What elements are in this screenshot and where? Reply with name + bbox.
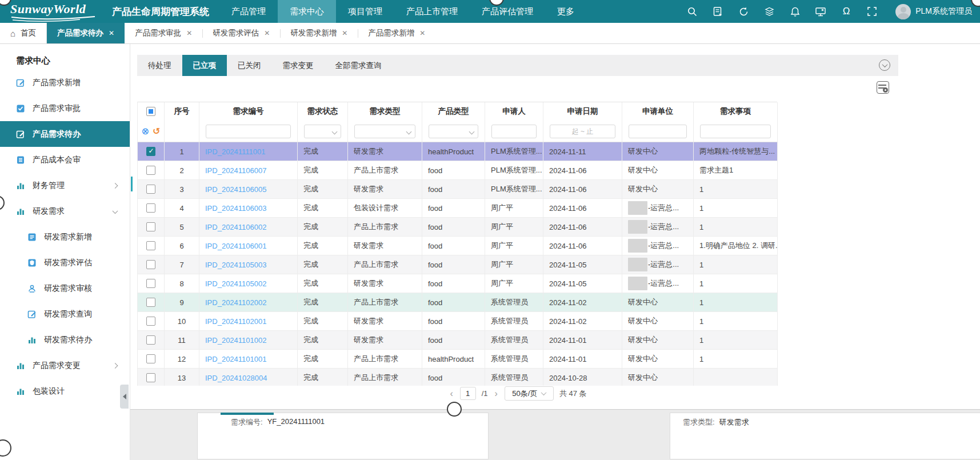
bell-icon[interactable] (789, 6, 801, 17)
applicant-filter-input[interactable] (491, 125, 537, 138)
sidebar-item-product-req-change[interactable]: 产品需求变更 (0, 353, 130, 378)
table-row[interactable]: 7IPD_20241105003完成产品上市需求food周广平2024-11-0… (138, 255, 777, 274)
sidebar-item-rd-req-new[interactable]: 研发需求新增 (0, 224, 130, 250)
sidebar-item-finance-mgmt[interactable]: 财务管理 (0, 173, 130, 198)
sidebar-item-rd-req-todo[interactable]: 研发需求待办 (0, 327, 130, 353)
row-checkbox[interactable] (146, 185, 155, 194)
row-checkbox[interactable] (146, 222, 155, 231)
nav-item-project-mgmt[interactable]: 项目管理 (336, 0, 394, 23)
tab-product-req-new[interactable]: 产品需求新增 ✕ (358, 23, 435, 43)
layers-icon[interactable] (763, 6, 775, 17)
req-no-link[interactable]: IPD_20241101001 (199, 350, 298, 369)
collapse-panel-icon[interactable] (879, 59, 890, 71)
unit-filter-input[interactable] (629, 125, 687, 138)
req-no-link[interactable]: IPD_20241106007 (199, 161, 298, 180)
nav-item-evaluation-mgmt[interactable]: 产品评估管理 (470, 0, 545, 23)
reset-filter-icon[interactable]: ↺ (153, 127, 160, 136)
row-checkbox[interactable] (146, 354, 155, 363)
row-checkbox[interactable] (146, 166, 155, 175)
tab-closed[interactable]: 已关闭 (227, 55, 272, 76)
table-row[interactable]: 1IPD_20241111001完成研发需求healthProductPLM系统… (138, 142, 777, 161)
req-no-link[interactable]: IPD_20241105002 (199, 274, 298, 293)
sidebar-item-rd-requirement[interactable]: 研发需求 (0, 198, 130, 224)
table-row[interactable]: 2IPD_20241106007完成产品上市需求foodPLM系统管理...20… (138, 161, 777, 180)
table-row[interactable]: 3IPD_20241106005完成研发需求foodPLM系统管理...2024… (138, 180, 777, 199)
item-filter-input[interactable] (700, 125, 771, 138)
sidebar-item-product-cost-review[interactable]: 产品成本会审 (0, 147, 130, 173)
row-checkbox[interactable] (146, 279, 155, 288)
table-row[interactable]: 11IPD_20241101002完成研发需求food系统管理员2024-11-… (138, 331, 777, 350)
req-type-filter-select[interactable] (354, 125, 415, 138)
sidebar-item-product-req-new[interactable]: 产品需求新增 (0, 70, 130, 95)
table-row[interactable]: 6IPD_20241106001完成研发需求food周广平2024-11-06-… (138, 237, 777, 255)
req-no-filter-input[interactable] (206, 125, 291, 138)
omega-icon[interactable]: Ω (841, 6, 852, 17)
req-no-link[interactable]: IPD_20241028004 (199, 369, 298, 387)
tab-pending[interactable]: 待处理 (137, 55, 182, 76)
current-page-box[interactable]: 1 (460, 387, 476, 400)
table-row[interactable]: 13IPD_20241028004完成产品上市需求food系统管理员2024-1… (138, 369, 777, 387)
req-no-link[interactable]: IPD_20241102001 (199, 312, 298, 331)
req-no-link[interactable]: IPD_20241106005 (199, 180, 298, 199)
close-icon[interactable]: ✕ (109, 29, 114, 37)
row-checkbox[interactable] (146, 260, 155, 269)
monitor-edit-icon[interactable] (815, 6, 826, 17)
req-no-link[interactable]: IPD_20241105003 (199, 255, 298, 274)
close-icon[interactable]: ✕ (419, 29, 425, 37)
tab-rd-req-new[interactable]: 研发需求新增 ✕ (280, 23, 358, 43)
req-no-link[interactable]: IPD_20241101002 (199, 331, 298, 350)
tab-product-req-approval[interactable]: 产品需求审批 ✕ (125, 23, 202, 43)
nav-item-product-mgmt[interactable]: 产品管理 (219, 0, 278, 23)
table-settings-icon[interactable] (877, 81, 889, 94)
close-icon[interactable]: ✕ (264, 29, 270, 37)
prod-type-filter-select[interactable] (429, 125, 478, 138)
next-page-icon[interactable]: › (494, 389, 499, 399)
row-checkbox[interactable] (146, 335, 155, 345)
user-box[interactable]: PLM系统管理员 (895, 4, 972, 19)
tab-home[interactable]: ⌂ 首页 (0, 23, 47, 43)
tab-all-req-query[interactable]: 全部需求查询 (325, 55, 393, 76)
req-no-link[interactable]: IPD_20241111001 (199, 142, 298, 161)
search-icon[interactable] (686, 6, 698, 17)
sidebar-collapse-handle[interactable] (120, 385, 129, 409)
table-row[interactable]: 9IPD_20241102002完成产品上市需求food系统管理员2024-11… (138, 293, 777, 312)
sidebar-item-rd-req-audit[interactable]: 研发需求审核 (0, 275, 130, 301)
nav-item-more[interactable]: 更多 (545, 0, 586, 23)
sidebar-item-rd-req-query[interactable]: 研发需求查询 (0, 301, 130, 327)
sidebar-item-package-design[interactable]: 包装设计 (0, 378, 130, 404)
row-checkbox[interactable] (146, 241, 155, 250)
tab-req-change[interactable]: 需求变更 (272, 55, 325, 76)
row-checkbox[interactable] (146, 317, 155, 326)
fullscreen-icon[interactable] (866, 6, 878, 17)
row-checkbox[interactable] (146, 203, 155, 213)
close-icon[interactable]: ✕ (342, 29, 347, 37)
sidebar-item-rd-req-evaluation[interactable]: 研发需求评估 (0, 250, 130, 275)
req-no-link[interactable]: IPD_20241102002 (199, 293, 298, 312)
row-checkbox[interactable] (146, 298, 155, 307)
close-icon[interactable]: ✕ (186, 29, 192, 37)
prev-page-icon[interactable]: ‹ (449, 389, 454, 399)
form-icon[interactable] (712, 6, 723, 17)
select-all-checkbox[interactable] (146, 107, 155, 116)
sidebar-item-product-req-todo[interactable]: 产品需求待办 (0, 121, 130, 147)
nav-item-requirement-center[interactable]: 需求中心 (278, 0, 336, 23)
sidebar-item-product-req-approval[interactable]: 产品需求审批 (0, 95, 130, 121)
status-filter-select[interactable] (304, 125, 341, 138)
req-no-link[interactable]: IPD_20241106001 (199, 237, 298, 255)
table-row[interactable]: 8IPD_20241105002完成研发需求food周广平2024-11-05-… (138, 274, 777, 293)
table-row[interactable]: 12IPD_20241101001完成产品上市需求healthProduct系统… (138, 350, 777, 369)
nav-item-launch-mgmt[interactable]: 产品上市管理 (394, 0, 470, 23)
row-checkbox[interactable] (146, 147, 155, 156)
table-row[interactable]: 10IPD_20241102001完成研发需求food系统管理员2024-11-… (138, 312, 777, 331)
table-row[interactable]: 4IPD_20241106003完成包装设计需求food周广平2024-11-0… (138, 199, 777, 218)
clear-selection-icon[interactable]: ⊗ (142, 127, 149, 136)
req-no-link[interactable]: IPD_20241106003 (199, 199, 298, 218)
refresh-icon[interactable] (738, 6, 749, 17)
page-size-select[interactable]: 50条/页 (505, 386, 554, 401)
divider-drag-handle[interactable] (447, 402, 462, 417)
tab-product-req-todo[interactable]: 产品需求待办 ✕ (47, 23, 125, 43)
req-no-link[interactable]: IPD_20241106002 (199, 218, 298, 237)
table-row[interactable]: 5IPD_20241106002完成产品上市需求food周广平2024-11-0… (138, 218, 777, 237)
date-range-filter-input[interactable] (550, 125, 615, 138)
tab-rd-req-evaluation[interactable]: 研发需求评估 ✕ (202, 23, 280, 43)
